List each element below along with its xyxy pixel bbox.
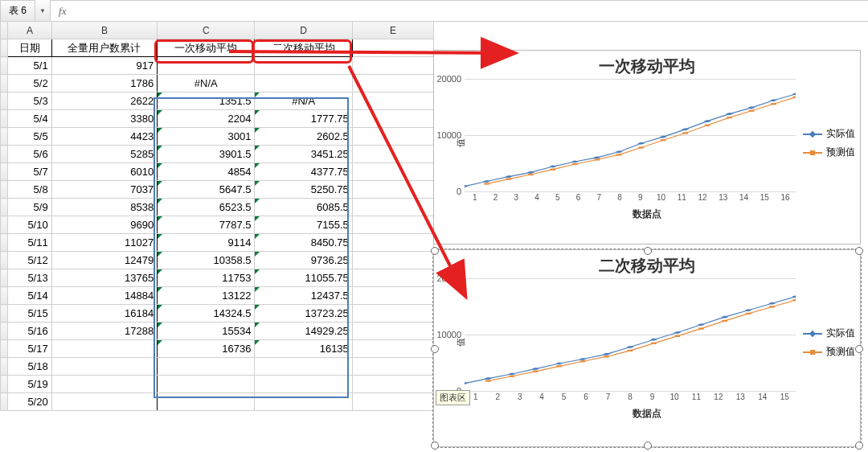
cell[interactable]: 5/18 [8,358,52,376]
cell[interactable]: 13122 [158,287,255,305]
cell[interactable]: 14884 [51,287,157,305]
cell[interactable]: 5647.5 [158,181,255,199]
cell[interactable] [255,75,352,92]
cell[interactable]: 8538 [51,199,157,216]
cell[interactable]: 7037 [51,181,157,199]
cell[interactable]: 13723.25 [255,305,352,323]
formula-input[interactable] [71,2,868,20]
resize-handle[interactable] [431,442,439,450]
cell[interactable]: 9690 [51,216,157,234]
resize-handle[interactable] [644,247,652,255]
row-header[interactable] [1,287,8,305]
cell[interactable]: 4854 [158,163,255,181]
cell[interactable]: 15534 [158,323,255,340]
col-header-e[interactable]: E [352,22,433,39]
row-header[interactable] [1,57,8,75]
cell[interactable] [352,287,433,305]
cell[interactable] [51,393,157,411]
cell[interactable]: 1351.5 [158,92,255,110]
row-header[interactable] [1,323,8,340]
cell[interactable] [255,393,352,411]
resize-handle[interactable] [431,247,439,255]
cell[interactable]: 5/17 [8,340,52,358]
plot-area[interactable]: 值 01000020000 12345678910111213141516 [465,79,796,208]
cell[interactable]: 2204 [158,110,255,128]
cell[interactable] [352,92,433,110]
cell[interactable] [352,340,433,358]
resize-handle[interactable] [431,345,439,353]
cell[interactable]: 14324.5 [158,305,255,323]
row-header[interactable] [1,234,8,252]
cell[interactable] [255,358,352,376]
col-header-a[interactable]: A [8,22,52,39]
cell[interactable]: 11055.75 [255,269,352,287]
cell[interactable] [352,128,433,146]
cell[interactable] [352,199,433,216]
row-header[interactable] [1,269,8,287]
row-header[interactable] [1,252,8,269]
cell[interactable]: 11753 [158,269,255,287]
cell[interactable] [51,376,157,393]
cell[interactable]: 6523.5 [158,199,255,216]
row-header[interactable] [1,75,8,92]
cell[interactable] [255,57,352,75]
cell[interactable] [352,305,433,323]
col-header-c[interactable]: C [158,22,255,39]
cell[interactable]: 16736 [158,340,255,358]
col-header-b[interactable]: B [51,22,157,39]
chart-ma1[interactable]: 一次移动平均 值 01000020000 1234567891011121314… [433,50,861,244]
cell[interactable]: 二次移动平均 [255,39,352,57]
cell[interactable]: 5/7 [8,163,52,181]
resize-handle[interactable] [644,442,652,450]
cell[interactable]: 5/6 [8,146,52,163]
row-header[interactable] [1,110,8,128]
cell[interactable] [352,323,433,340]
cell[interactable] [352,146,433,163]
cell[interactable] [158,57,255,75]
cell[interactable]: 全量用户数累计 [51,39,157,57]
cell[interactable]: 3451.25 [255,146,352,163]
cell[interactable]: 17288 [51,323,157,340]
row-header[interactable] [1,163,8,181]
cell[interactable]: 5/14 [8,287,52,305]
cell[interactable]: #N/A [158,75,255,92]
cell[interactable] [158,393,255,411]
cell[interactable]: 16135 [255,340,352,358]
cell[interactable] [352,393,433,411]
spreadsheet-grid[interactable]: A B C D E 日期全量用户数累计一次移动平均二次移动平均5/19175/2… [0,21,434,452]
cell[interactable]: 12479 [51,252,157,269]
cell[interactable]: 2622 [51,92,157,110]
cell[interactable]: 5/1 [8,57,52,75]
row-header[interactable] [1,340,8,358]
cell[interactable] [352,358,433,376]
cell[interactable] [255,376,352,393]
cell[interactable] [352,39,433,57]
cell[interactable]: 12437.5 [255,287,352,305]
cell[interactable]: 14929.25 [255,323,352,340]
cell[interactable]: 10358.5 [158,252,255,269]
fx-icon[interactable]: fx [51,5,71,18]
cell[interactable]: 5/20 [8,393,52,411]
cell[interactable] [158,358,255,376]
cell[interactable]: 9114 [158,234,255,252]
name-box-dropdown[interactable]: ▼ [35,0,51,21]
cell[interactable]: 917 [51,57,157,75]
cell[interactable]: 6085.5 [255,199,352,216]
cell[interactable] [51,358,157,376]
plot-area[interactable]: 值 01000020000 123456789101112131415 [465,278,796,407]
cell[interactable]: 5/9 [8,199,52,216]
cell[interactable] [352,110,433,128]
cell[interactable]: 5/13 [8,269,52,287]
cell[interactable]: 日期 [8,39,52,57]
cell[interactable]: 5/11 [8,234,52,252]
cell[interactable]: 3380 [51,110,157,128]
resize-handle[interactable] [855,345,863,353]
row-header[interactable] [1,128,8,146]
cell[interactable]: 5285 [51,146,157,163]
cell[interactable] [51,340,157,358]
cell[interactable] [158,376,255,393]
cell[interactable] [352,216,433,234]
resize-handle[interactable] [855,442,863,450]
resize-handle[interactable] [855,247,863,255]
row-header[interactable] [1,358,8,376]
